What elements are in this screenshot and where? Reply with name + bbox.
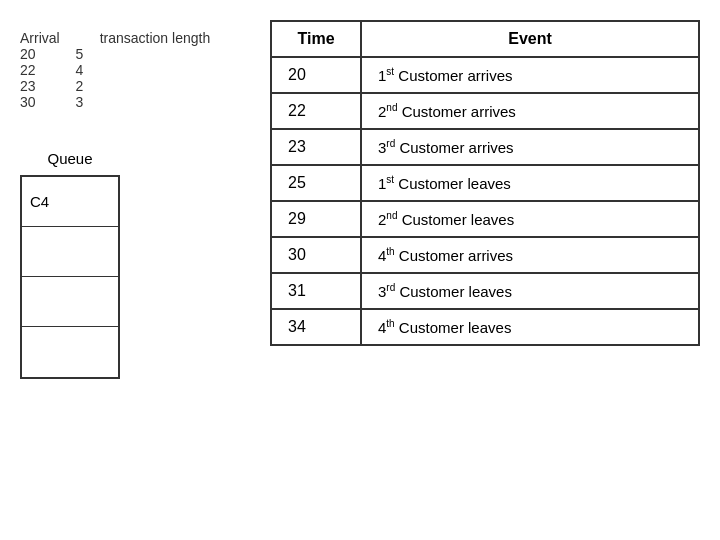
arrival-header: Arrival bbox=[20, 30, 60, 46]
time-cell: 29 bbox=[271, 201, 361, 237]
event-cell: 2nd Customer leaves bbox=[361, 201, 699, 237]
queue-cell-3 bbox=[22, 277, 118, 327]
arrival-table: Arrival transaction length 20 22 23 30 5… bbox=[20, 30, 250, 110]
time-cell: 20 bbox=[271, 57, 361, 93]
time-cell: 31 bbox=[271, 273, 361, 309]
right-panel: Time Event 20 1st Customer arrives 22 2n… bbox=[250, 20, 700, 346]
length-val-3: 2 bbox=[76, 78, 84, 94]
time-cell: 22 bbox=[271, 93, 361, 129]
left-panel: Arrival transaction length 20 22 23 30 5… bbox=[20, 20, 250, 379]
transaction-header: transaction length bbox=[100, 30, 211, 46]
queue-label: Queue bbox=[20, 150, 120, 167]
table-row: 29 2nd Customer leaves bbox=[271, 201, 699, 237]
table-row: 23 3rd Customer arrives bbox=[271, 129, 699, 165]
event-cell: 4th Customer leaves bbox=[361, 309, 699, 345]
length-val-2: 4 bbox=[76, 62, 84, 78]
col-time: Time bbox=[271, 21, 361, 57]
time-cell: 23 bbox=[271, 129, 361, 165]
event-cell: 3rd Customer leaves bbox=[361, 273, 699, 309]
time-cell: 34 bbox=[271, 309, 361, 345]
event-cell: 4th Customer arrives bbox=[361, 237, 699, 273]
table-row: 31 3rd Customer leaves bbox=[271, 273, 699, 309]
event-cell: 1st Customer arrives bbox=[361, 57, 699, 93]
event-cell: 1st Customer leaves bbox=[361, 165, 699, 201]
time-cell: 25 bbox=[271, 165, 361, 201]
table-row: 25 1st Customer leaves bbox=[271, 165, 699, 201]
length-col: 5 4 2 3 bbox=[76, 46, 84, 110]
table-row: 30 4th Customer arrives bbox=[271, 237, 699, 273]
table-row: 20 1st Customer arrives bbox=[271, 57, 699, 93]
event-cell: 3rd Customer arrives bbox=[361, 129, 699, 165]
queue-cell-1: C4 bbox=[22, 177, 118, 227]
arrival-col: 20 22 23 30 bbox=[20, 46, 36, 110]
col-event: Event bbox=[361, 21, 699, 57]
arrival-val-3: 23 bbox=[20, 78, 36, 94]
table-row: 22 2nd Customer arrives bbox=[271, 93, 699, 129]
length-val-1: 5 bbox=[76, 46, 84, 62]
event-table: Time Event 20 1st Customer arrives 22 2n… bbox=[270, 20, 700, 346]
queue-cell-2 bbox=[22, 227, 118, 277]
event-cell: 2nd Customer arrives bbox=[361, 93, 699, 129]
time-cell: 30 bbox=[271, 237, 361, 273]
arrival-val-2: 22 bbox=[20, 62, 36, 78]
table-row: 34 4th Customer leaves bbox=[271, 309, 699, 345]
queue-section: Queue C4 bbox=[20, 150, 250, 379]
queue-box: C4 bbox=[20, 175, 120, 379]
queue-cell-4 bbox=[22, 327, 118, 377]
arrival-val-4: 30 bbox=[20, 94, 36, 110]
length-val-4: 3 bbox=[76, 94, 84, 110]
arrival-val-1: 20 bbox=[20, 46, 36, 62]
